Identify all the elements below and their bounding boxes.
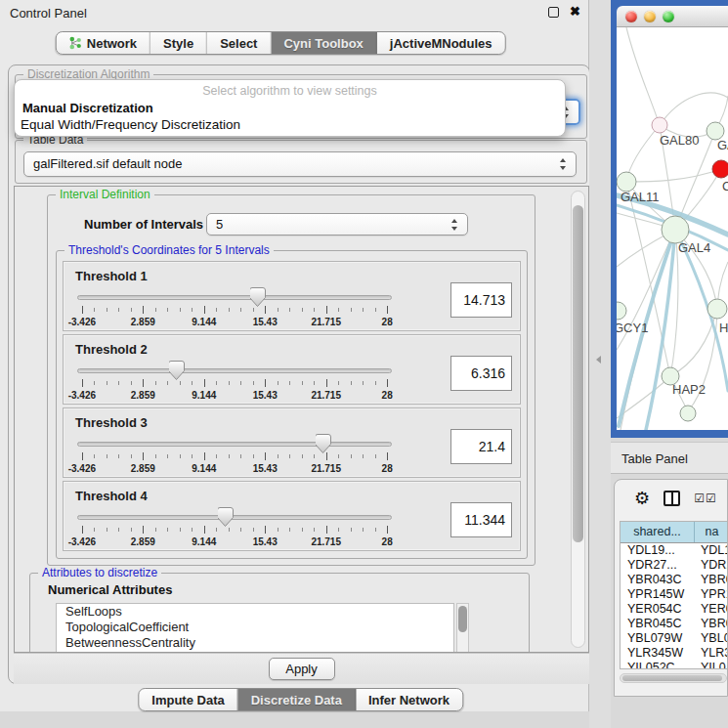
- interval-definition-title: Interval Definition: [56, 188, 154, 201]
- cell-name[interactable]: YLR3: [695, 646, 728, 661]
- attributes-list-scrollbar[interactable]: [456, 603, 469, 653]
- table-row[interactable]: YBR045CYBR0: [621, 617, 728, 631]
- cell-shared-name[interactable]: YER054C: [621, 602, 695, 617]
- attribute-list-item[interactable]: SelfLoops: [57, 604, 453, 620]
- cell-name[interactable]: YBL0: [695, 631, 728, 646]
- minimize-traffic-light-icon[interactable]: [644, 11, 656, 22]
- intervals-selected-value: 5: [216, 217, 223, 232]
- scrollbar-thumb[interactable]: [622, 675, 722, 681]
- table-row[interactable]: YDR27...YDR2: [621, 558, 728, 573]
- threshold-1-value-field[interactable]: 14.713: [450, 282, 512, 318]
- threshold-3-value-field[interactable]: 21.4: [450, 429, 512, 464]
- node-label-h: H: [719, 321, 728, 335]
- table-panel-card: ⚙ ☑☑ shared... na YDL19...YDL1YDR27...YD…: [614, 479, 728, 697]
- table-row[interactable]: YDL19...YDL1: [621, 543, 728, 558]
- cell-shared-name[interactable]: YBR043C: [621, 573, 695, 587]
- table-row[interactable]: YER054CYER0: [621, 602, 728, 617]
- close-traffic-light-icon[interactable]: [625, 11, 637, 22]
- tab-cyni-toolbox[interactable]: Cyni Toolbox: [271, 32, 376, 54]
- cell-shared-name[interactable]: YBR045C: [621, 617, 695, 631]
- tab-infer-network[interactable]: Infer Network: [356, 689, 462, 710]
- zoom-traffic-light-icon[interactable]: [663, 11, 674, 22]
- table-horizontal-scrollbar[interactable]: [620, 673, 727, 683]
- intervals-select[interactable]: 5: [206, 213, 468, 236]
- network-node-bottom[interactable]: [680, 406, 696, 421]
- scrollbar-thumb[interactable]: [573, 205, 583, 542]
- slider-track[interactable]: [77, 442, 392, 447]
- scrollbar-thumb[interactable]: [458, 606, 467, 632]
- settings-vertical-scrollbar[interactable]: [571, 191, 585, 648]
- slider-track[interactable]: [77, 368, 392, 373]
- slider-thumb[interactable]: [169, 361, 185, 380]
- threshold-4-value-field[interactable]: 11.344: [450, 502, 512, 537]
- node-attribute-table[interactable]: shared... na YDL19...YDL1YDR27...YDR2YBR…: [620, 521, 728, 669]
- slider-track[interactable]: [77, 295, 392, 300]
- cell-shared-name[interactable]: YPR145W: [621, 587, 695, 602]
- splitter-collapse-icon[interactable]: [596, 356, 601, 364]
- cell-shared-name[interactable]: YDR27...: [621, 558, 695, 573]
- cell-name[interactable]: YER0: [695, 602, 728, 617]
- cell-shared-name[interactable]: YLR345W: [621, 646, 695, 661]
- threshold-2-slider[interactable]: -3.4262.8599.14415.4321.71528: [77, 359, 392, 404]
- table-rows: YDL19...YDL1YDR27...YDR2YBR043CYBR0YPR14…: [621, 543, 728, 669]
- panel-splitter[interactable]: [589, 0, 611, 728]
- select-all-checkboxes-icon[interactable]: ☑☑: [694, 492, 717, 505]
- threshold-3-slider[interactable]: -3.4262.8599.14415.4321.71528: [77, 432, 392, 477]
- network-canvas[interactable]: GAL80 GA C GAL11 GAL4 GCY1 H HAP2: [617, 27, 728, 430]
- slider-thumb[interactable]: [250, 287, 266, 307]
- network-window-titlebar[interactable]: [617, 6, 728, 27]
- slider-thumb[interactable]: [218, 507, 234, 527]
- numerical-attributes-list[interactable]: SelfLoopsTopologicalCoefficientBetweenne…: [56, 603, 454, 653]
- slider-ticks: [77, 526, 392, 535]
- network-node-gcy1[interactable]: [617, 302, 626, 320]
- node-label-partial-top: GA: [717, 138, 728, 152]
- threshold-2-value-field[interactable]: 6.316: [450, 356, 512, 391]
- tab-style[interactable]: Style: [150, 32, 207, 54]
- columns-icon[interactable]: [664, 491, 680, 506]
- tab-jactivemnodules[interactable]: jActiveMNodules: [377, 32, 505, 54]
- table-row[interactable]: YIL052CYIL0: [621, 661, 728, 669]
- cell-name[interactable]: YDR2: [695, 558, 728, 573]
- slider-thumb[interactable]: [316, 434, 331, 453]
- network-node-red-selected[interactable]: [712, 160, 728, 178]
- tab-select[interactable]: Select: [207, 32, 271, 54]
- node-label-gal4: GAL4: [678, 240, 710, 255]
- network-node-h[interactable]: [707, 299, 727, 319]
- threshold-4-slider[interactable]: -3.4262.8599.14415.4321.71528: [77, 505, 392, 550]
- cell-shared-name[interactable]: YBL079W: [621, 631, 695, 646]
- number-of-intervals-label: Number of Intervals: [84, 217, 203, 232]
- apply-button[interactable]: Apply: [269, 658, 335, 680]
- column-header-shared-name[interactable]: shared...: [621, 522, 695, 542]
- table-row[interactable]: YBR043CYBR0: [621, 573, 728, 587]
- table-row[interactable]: YBL079WYBL0: [621, 631, 728, 646]
- popup-option-manual-discretization[interactable]: Manual Discretization: [22, 101, 153, 115]
- table-row[interactable]: YLR345WYLR3: [621, 646, 728, 661]
- cell-name[interactable]: YBR0: [695, 617, 728, 631]
- tab-discretize-data[interactable]: Discretize Data: [238, 689, 356, 710]
- popup-option-equal-width-frequency[interactable]: Equal Width/Frequency Discretization: [21, 117, 240, 132]
- cell-name[interactable]: YPR1: [695, 587, 728, 602]
- interval-definition-group: Interval Definition Number of Intervals …: [47, 194, 535, 566]
- float-window-icon[interactable]: [548, 7, 559, 18]
- cell-name[interactable]: YDL1: [695, 543, 728, 558]
- close-icon[interactable]: ✖: [570, 4, 580, 19]
- tab-impute-data[interactable]: Impute Data: [139, 689, 237, 710]
- cell-shared-name[interactable]: YIL052C: [621, 661, 695, 669]
- cell-name[interactable]: YBR0: [695, 573, 728, 587]
- table-data-select[interactable]: galFiltered.sif default node: [23, 151, 577, 177]
- slider-track[interactable]: [77, 515, 392, 520]
- network-node-gal80[interactable]: [652, 117, 667, 133]
- threshold-4-label: Threshold 4: [75, 489, 148, 503]
- table-row[interactable]: YPR145WYPR1: [621, 587, 728, 602]
- tab-network[interactable]: Network: [57, 32, 150, 54]
- attribute-list-item[interactable]: TopologicalCoefficient: [57, 620, 453, 635]
- network-node-gal4[interactable]: [662, 216, 689, 243]
- attribute-list-item[interactable]: BetweennessCentrality: [57, 635, 453, 651]
- column-header-name[interactable]: na: [695, 522, 728, 542]
- threshold-coordinates-group: Threshold's Coordinates for 5 Intervals …: [56, 250, 528, 559]
- gear-icon[interactable]: ⚙: [634, 490, 650, 507]
- threshold-1-slider[interactable]: -3.4262.8599.14415.4321.71528: [77, 285, 392, 330]
- cell-shared-name[interactable]: YDL19...: [621, 543, 695, 558]
- cell-name[interactable]: YIL0: [695, 661, 728, 669]
- network-node-gal11[interactable]: [617, 172, 636, 192]
